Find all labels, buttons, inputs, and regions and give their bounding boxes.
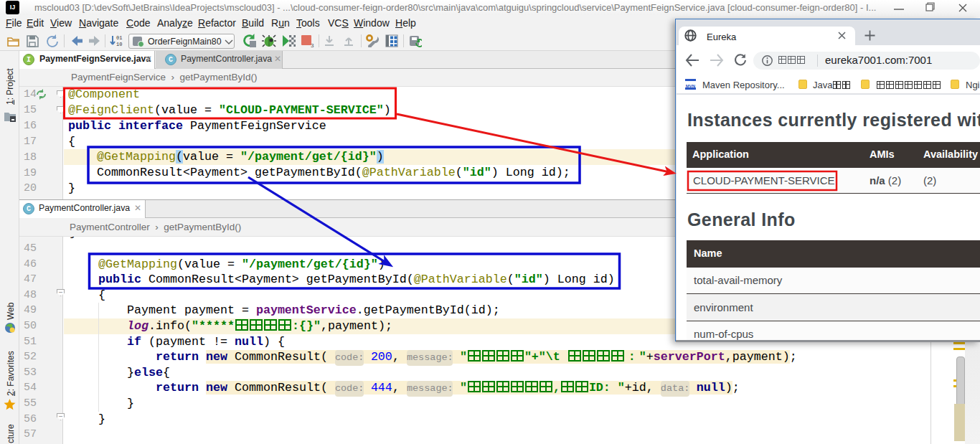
svg-text:10: 10 bbox=[116, 42, 122, 47]
svg-text:01: 01 bbox=[116, 35, 122, 41]
svg-text:3: 3 bbox=[311, 42, 314, 48]
